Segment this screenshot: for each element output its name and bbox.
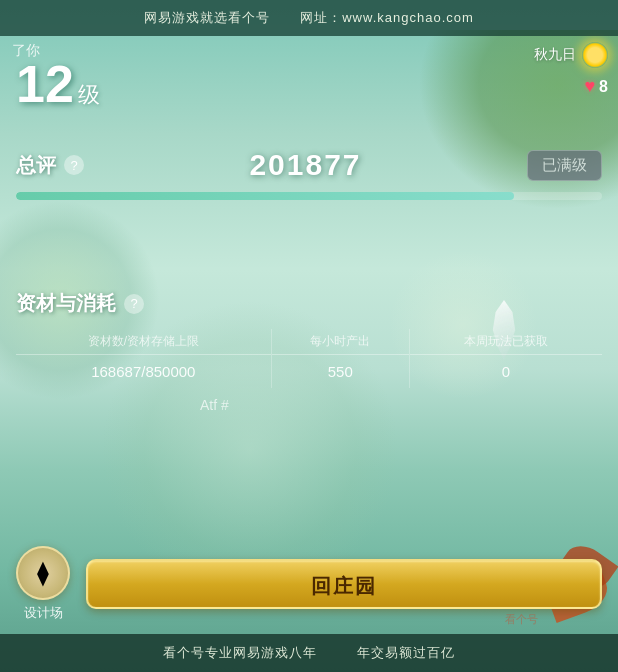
score-value: 201877 [249, 148, 361, 182]
level-label: 级 [78, 80, 100, 110]
game-screen: 网易游戏就选看个号 网址：www.kangchao.com 了你 秋九日 ♥ 8… [0, 0, 618, 672]
col-header-storage: 资材数/资材存储上限 [16, 329, 271, 355]
design-button[interactable]: ⧫ 设计场 [16, 546, 70, 622]
health-bar: ♥ 8 [584, 76, 608, 97]
health-value: 8 [599, 78, 608, 96]
col-header-production: 每小时产出 [272, 329, 409, 355]
watermark: 看个号 [505, 612, 538, 627]
atf-label: Atf # [200, 397, 229, 413]
resources-question-badge[interactable]: ? [124, 294, 144, 314]
score-section: 总评 ? 201877 已满级 [16, 148, 602, 200]
stats-table: 资材数/资材存储上限 每小时产出 本周玩法已获取 168687/850000 5… [16, 329, 602, 388]
score-label: 总评 [16, 152, 56, 179]
level-display: 12 级 [16, 58, 100, 110]
main-action-button[interactable]: 回庄园 [86, 559, 602, 609]
date-text: 秋九日 [534, 46, 576, 64]
production-value: 550 [272, 355, 409, 389]
bottom-banner-text1: 看个号专业网易游戏八年 [163, 644, 317, 662]
bottom-banner: 看个号专业网易游戏八年 年交易额过百亿 [0, 634, 618, 672]
design-label: 设计场 [24, 604, 63, 622]
weekly-value: 0 [410, 355, 602, 389]
bottom-banner-text2: 年交易额过百亿 [357, 644, 455, 662]
top-banner-text2: 网址：www.kangchao.com [300, 9, 474, 27]
top-banner: 网易游戏就选看个号 网址：www.kangchao.com [0, 0, 618, 36]
max-level-button[interactable]: 已满级 [527, 150, 602, 181]
design-icon-wrap: ⧫ [16, 546, 70, 600]
atf-area: Atf # [200, 397, 229, 413]
score-label-group: 总评 ? [16, 152, 84, 179]
design-icon: ⧫ [37, 559, 49, 587]
sun-icon [582, 42, 608, 68]
top-banner-text1: 网易游戏就选看个号 [144, 9, 270, 27]
resources-section: 资材与消耗 ? 资材数/资材存储上限 每小时产出 本周玩法已获取 168687/… [16, 290, 602, 388]
storage-value: 168687/850000 [16, 355, 271, 389]
date-weather: 秋九日 [534, 42, 608, 68]
level-number: 12 [16, 58, 74, 110]
heart-icon: ♥ [584, 76, 595, 97]
action-area: ⧫ 设计场 回庄园 [16, 546, 602, 622]
resources-title: 资材与消耗 [16, 290, 116, 317]
progress-bar [16, 192, 602, 200]
resources-title-row: 资材与消耗 ? [16, 290, 602, 317]
score-question-badge[interactable]: ? [64, 155, 84, 175]
progress-bar-fill [16, 192, 514, 200]
col-header-weekly: 本周玩法已获取 [410, 329, 602, 355]
